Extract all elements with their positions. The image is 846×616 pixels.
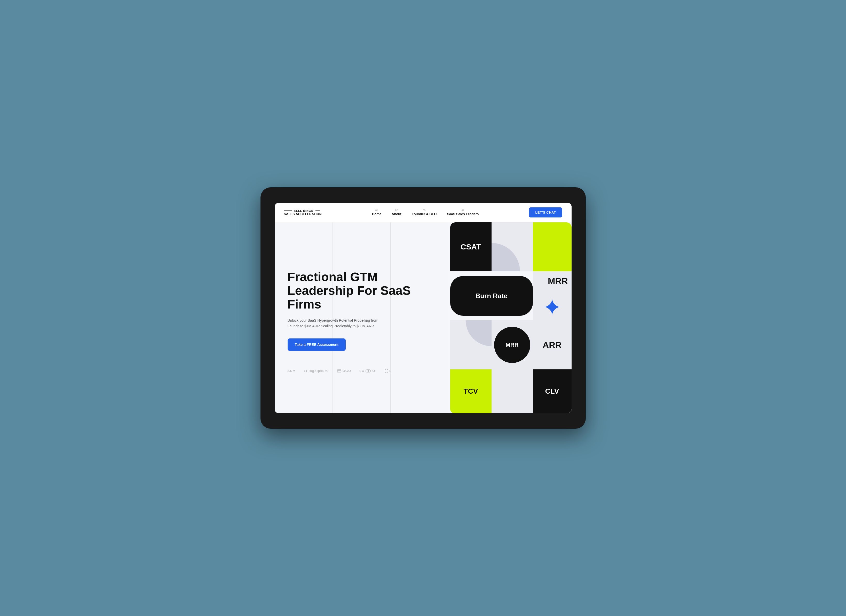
hero-subtitle: Unlock your SaaS Hypergrowth Potential P… [288,318,391,329]
hero-title: Fractional GTM Leadership For SaaS Firms [288,270,412,311]
logo-logoipsum: logoipsum· [304,369,329,373]
bento-r3c1 [450,320,491,370]
bento-r1c2 [491,222,533,271]
lets-chat-button[interactable]: LET'S CHAT [529,207,562,217]
logo-area: BELL RINGS SALES ACCELERATION [284,209,322,216]
bento-mrr-circle: MRR [494,327,530,363]
nav-label-about: About [391,212,402,216]
svg-point-1 [306,370,307,371]
logo-logo2: LO O· [359,369,377,373]
nav-item-saas[interactable]: 04 SaaS Sales Leaders [447,209,479,216]
logo-top: BELL RINGS [284,209,322,212]
quarter-circle-1 [491,243,520,271]
svg-rect-4 [337,370,341,372]
bento-csat: CSAT [450,222,491,271]
bento-mrr-circle-cell: MRR [491,320,533,370]
nav-num-02: 02 [395,209,398,211]
device-frame: BELL RINGS SALES ACCELERATION 01 Home 02… [260,187,586,429]
logos-strip: SUM logoipsum· [288,364,437,373]
svg-point-3 [306,371,307,372]
nav-label-founder: Founder & CEO [412,212,437,216]
arr-text-label: ARR [543,340,562,350]
mrr-text-label: MRR [548,276,568,286]
hero-section: Fractional GTM Leadership For SaaS Firms… [275,222,572,413]
logoipsum-icon [304,369,308,373]
bento-gap [491,370,533,413]
bento-arr-text: ARR [533,320,572,370]
hero-left: Fractional GTM Leadership For SaaS Firms… [275,222,450,413]
navbar: BELL RINGS SALES ACCELERATION 01 Home 02… [275,203,572,222]
svg-point-6 [368,370,369,372]
bento-clv: CLV [533,370,572,413]
logo-logo1: OGO [337,369,351,373]
browser-window: BELL RINGS SALES ACCELERATION 01 Home 02… [275,203,572,413]
logo3-icon [385,369,388,373]
bento-grid: CSAT Burn Rate MRR [450,222,572,413]
csat-label: CSAT [461,242,481,251]
clv-label: CLV [545,387,559,396]
quarter-circle-2 [466,320,491,346]
nav-item-founder[interactable]: 03 Founder & CEO [412,209,437,216]
logo-line-right [315,211,319,211]
nav-num-04: 04 [462,209,464,211]
nav-links: 01 Home 02 About 03 Founder & CEO 04 Saa… [372,209,479,216]
logo1-icon [337,369,341,373]
bento-burnrate: Burn Rate [450,276,533,316]
logo-text-top: BELL RINGS [294,209,313,212]
nav-label-home: Home [372,212,381,216]
nav-label-saas: SaaS Sales Leaders [447,212,479,216]
mrr-circle-label: MRR [506,342,518,348]
nav-num-03: 03 [423,209,425,211]
svg-point-2 [305,371,305,372]
logo2-icon [366,370,371,373]
nav-num-01: 01 [375,209,378,211]
bento-r1c3 [533,222,572,271]
assessment-button[interactable]: Take a FREE Assessment [288,339,346,351]
bento-tcv: TCV [450,370,491,413]
logo-line-left [284,211,292,211]
nav-item-about[interactable]: 02 About [391,209,402,216]
logo-logo3: L [385,369,391,373]
logo-sum: SUM [288,369,296,373]
svg-point-0 [305,370,305,371]
burnrate-label: Burn Rate [475,292,507,300]
logo-text-bottom: SALES ACCELERATION [284,212,322,216]
sparkle-icon [543,298,562,316]
tcv-label: TCV [463,387,478,396]
nav-item-home[interactable]: 01 Home [372,209,381,216]
bento-mrr-text: MRR [533,271,572,320]
